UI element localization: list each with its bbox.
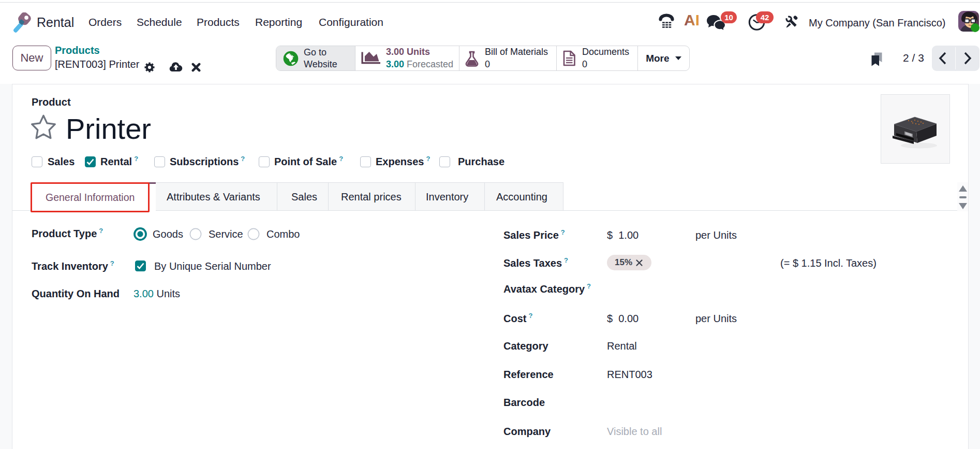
- svg-text:AI: AI: [684, 12, 700, 28]
